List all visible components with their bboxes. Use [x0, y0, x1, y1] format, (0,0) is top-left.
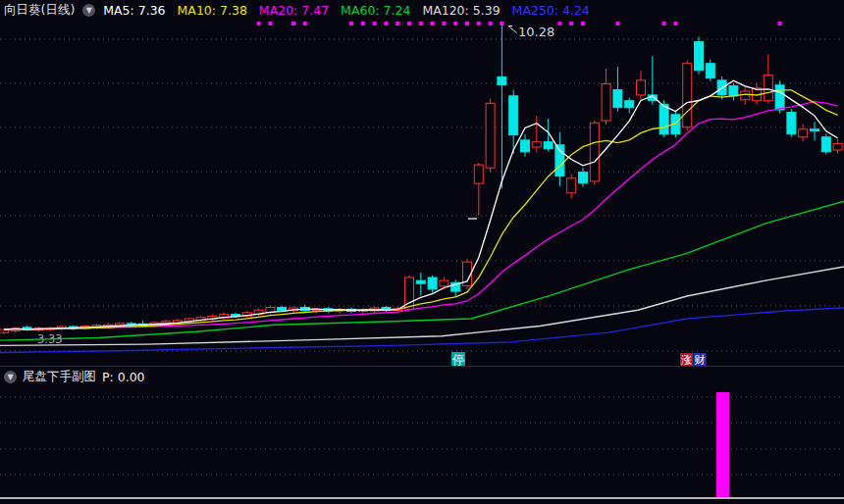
chevron-down-icon[interactable]: ▼	[82, 4, 95, 17]
low-price-label: 3.33	[37, 332, 63, 346]
candle	[544, 142, 553, 149]
candle	[659, 105, 668, 134]
event-marker-text: 涨	[681, 354, 692, 367]
main-chart-area[interactable]: 10.283.33停涨财	[0, 20, 844, 366]
ma60-line	[0, 201, 844, 340]
candle	[625, 101, 634, 108]
ma250-line	[0, 308, 844, 353]
candles-layer	[0, 25, 842, 334]
sub-chart-value: P: 0.00	[102, 370, 145, 384]
ma-legend-item: MA60: 7.24	[341, 3, 410, 18]
candle	[579, 173, 588, 183]
candlestick-chart[interactable]: 10.283.33停涨财	[0, 20, 844, 366]
sub-chart-area[interactable]	[0, 387, 844, 504]
sub-chart-header: ▼ 尾盘下手副图 P: 0.00	[0, 366, 844, 387]
candle	[440, 280, 448, 286]
stock-chart-window: 向日葵(日线) ▼ MA5: 7.36MA10: 7.38MA20: 7.47M…	[0, 0, 844, 504]
candle	[729, 86, 738, 96]
candle	[833, 143, 842, 150]
candle	[741, 91, 750, 100]
chevron-down-icon[interactable]: ▼	[4, 371, 17, 383]
candle	[567, 178, 576, 193]
event-marker-text: 财	[695, 354, 706, 367]
ma-legend-item: MA250: 4.24	[512, 3, 590, 18]
candle	[428, 277, 437, 289]
candle	[764, 76, 772, 101]
candle	[787, 113, 796, 134]
main-chart-header: 向日葵(日线) ▼ MA5: 7.36MA10: 7.38MA20: 7.47M…	[0, 0, 844, 20]
candle	[590, 123, 599, 181]
candle	[821, 137, 830, 152]
candle	[811, 129, 819, 131]
candle	[602, 83, 610, 121]
candle	[695, 42, 704, 71]
candle	[474, 165, 483, 183]
ma-legend-item: MA120: 5.39	[422, 3, 500, 18]
candle	[613, 90, 622, 108]
candle	[637, 80, 646, 95]
event-markers: 停涨财	[451, 352, 707, 366]
candle	[532, 142, 541, 147]
ma-legend-item: MA5: 7.36	[103, 3, 165, 18]
slow-ma-lines	[0, 201, 844, 352]
candle	[278, 308, 287, 311]
candle	[498, 76, 506, 84]
ma-legend: MA5: 7.36MA10: 7.38MA20: 7.47MA60: 7.24M…	[103, 3, 590, 18]
candle	[706, 64, 714, 78]
sub-chart-title: 尾盘下手副图	[23, 369, 96, 385]
candle	[775, 85, 784, 110]
candle	[486, 103, 495, 168]
ma-legend-item: MA10: 7.38	[178, 3, 247, 18]
indicator-bar	[716, 392, 729, 498]
candle	[799, 129, 808, 137]
high-price-label: 10.28	[508, 25, 554, 39]
stock-title: 向日葵(日线)	[4, 2, 75, 19]
candle	[683, 64, 692, 127]
indicator-bar-chart[interactable]	[0, 387, 844, 504]
ma-legend-item: MA20: 7.47	[259, 3, 329, 18]
candle	[521, 140, 530, 152]
candle	[509, 96, 518, 135]
event-marker-text: 停	[452, 353, 464, 367]
candle	[416, 280, 425, 283]
svg-text:10.28: 10.28	[518, 25, 554, 39]
